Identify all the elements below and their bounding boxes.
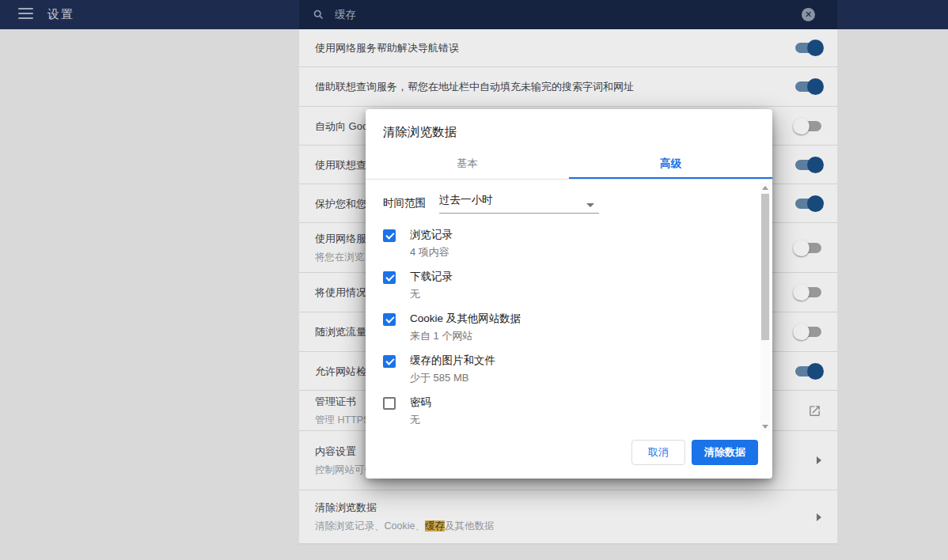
toggle-knob (807, 195, 824, 212)
item-text: 下载记录 无 (410, 270, 453, 301)
item-detail: 少于 585 MB (410, 371, 495, 385)
toggle-switch[interactable] (795, 199, 821, 209)
clear-data-button[interactable]: 清除数据 (692, 440, 758, 465)
clear-browsing-data-dialog: 清除浏览数据 基本 高级 时间范围 过去一小时 浏览记录 4 项内容 下载记录 … (366, 109, 772, 479)
toggle-switch[interactable] (795, 327, 821, 337)
item-label: Cookie 及其他网站数据 (410, 312, 521, 325)
item-text: 浏览记录 4 项内容 (410, 228, 453, 259)
dialog-checkbox-list: 浏览记录 4 项内容 下载记录 无 Cookie 及其他网站数据 来自 1 个网… (383, 228, 772, 433)
dialog-body: 时间范围 过去一小时 浏览记录 4 项内容 下载记录 无 Cookie 及其他网… (366, 180, 772, 433)
setting-label: 使用网络服务帮助解决导航错误 (315, 41, 795, 55)
settings-row[interactable]: 清除浏览数据 清除浏览记录、Cookie、缓存及其他数据 (299, 490, 837, 544)
time-range-row: 时间范围 过去一小时 (383, 193, 772, 214)
item-detail: 4 项内容 (410, 245, 453, 259)
toolbar: 设置 缓存 ✕ (0, 0, 948, 29)
item-detail: 无 (410, 287, 453, 301)
time-range-value: 过去一小时 (439, 193, 493, 207)
dialog-scrollbar[interactable] (760, 183, 770, 431)
toggle-knob (807, 157, 824, 173)
settings-page: 设置 缓存 ✕ 使用网络服务帮助解决导航错误 借助联想查询服务，帮您在地址栏中自… (0, 0, 948, 560)
scroll-up-icon[interactable] (760, 183, 770, 192)
toggle-knob (807, 78, 824, 95)
scrollbar-thumb[interactable] (761, 194, 769, 340)
search-input[interactable]: 缓存 (335, 8, 802, 22)
checkbox[interactable] (383, 271, 396, 284)
item-text: Cookie 及其他网站数据 来自 1 个网站 (410, 312, 521, 343)
clear-data-item: 缓存的图片和文件 少于 585 MB (383, 354, 772, 385)
toggle-knob (793, 324, 810, 340)
page-title: 设置 (47, 7, 74, 22)
search-field[interactable]: 缓存 ✕ (299, 0, 837, 29)
checkbox[interactable] (383, 313, 396, 326)
dialog-title: 清除浏览数据 (366, 109, 772, 149)
item-text: 缓存的图片和文件 少于 585 MB (410, 354, 495, 385)
toggle-knob (793, 240, 810, 256)
item-text: 密码 无 (410, 395, 431, 427)
toggle-switch[interactable] (795, 81, 821, 92)
checkbox[interactable] (383, 397, 396, 410)
setting-label: 清除浏览数据 (315, 501, 817, 514)
toggle-knob (807, 40, 824, 56)
time-range-label: 时间范围 (383, 196, 426, 210)
setting-text: 借助联想查询服务，帮您在地址栏中自动填充未输完的搜索字词和网址 (315, 80, 795, 93)
time-range-select[interactable]: 过去一小时 (439, 193, 599, 214)
toggle-knob (793, 284, 810, 301)
clear-data-item: 密码 无 (383, 395, 772, 427)
checkbox[interactable] (383, 355, 396, 368)
tab-advanced[interactable]: 高级 (569, 149, 772, 179)
toggle-switch[interactable] (795, 366, 821, 376)
toggle-switch[interactable] (795, 160, 821, 170)
item-label: 密码 (410, 395, 431, 409)
setting-label: 借助联想查询服务，帮您在地址栏中自动填充未输完的搜索字词和网址 (315, 80, 795, 93)
clear-data-item: Cookie 及其他网站数据 来自 1 个网站 (383, 312, 772, 343)
toggle-knob (807, 363, 824, 380)
setting-text: 使用网络服务帮助解决导航错误 (315, 41, 795, 55)
clear-search-icon[interactable]: ✕ (802, 8, 815, 21)
settings-row[interactable]: 借助联想查询服务，帮您在地址栏中自动填充未输完的搜索字词和网址 (299, 67, 837, 107)
toggle-knob (793, 118, 810, 134)
clear-data-item: 浏览记录 4 项内容 (383, 228, 772, 259)
item-label: 缓存的图片和文件 (410, 354, 495, 367)
menu-icon[interactable] (18, 8, 33, 21)
checkbox[interactable] (383, 229, 396, 242)
dropdown-arrow-icon (586, 203, 594, 207)
toggle-switch[interactable] (795, 43, 821, 53)
tab-basic[interactable]: 基本 (366, 149, 569, 179)
item-label: 下载记录 (410, 270, 453, 283)
setting-sublabel: 清除浏览记录、Cookie、缓存及其他数据 (315, 520, 817, 533)
toggle-switch[interactable] (795, 121, 821, 131)
settings-row[interactable]: 使用网络服务帮助解决导航错误 (299, 29, 837, 67)
item-detail: 来自 1 个网站 (410, 329, 521, 343)
toggle-switch[interactable] (795, 243, 821, 253)
item-label: 浏览记录 (410, 228, 453, 241)
cancel-button[interactable]: 取消 (631, 440, 685, 465)
chevron-right-icon (817, 513, 821, 521)
dialog-footer: 取消 清除数据 (366, 426, 772, 479)
search-icon (313, 9, 324, 21)
external-link-icon[interactable] (808, 404, 821, 418)
setting-text: 清除浏览数据 清除浏览记录、Cookie、缓存及其他数据 (315, 501, 817, 533)
chevron-right-icon (817, 456, 821, 464)
toggle-switch[interactable] (795, 287, 821, 297)
dialog-tabs: 基本 高级 (366, 149, 772, 180)
clear-data-item: 下载记录 无 (383, 270, 772, 301)
